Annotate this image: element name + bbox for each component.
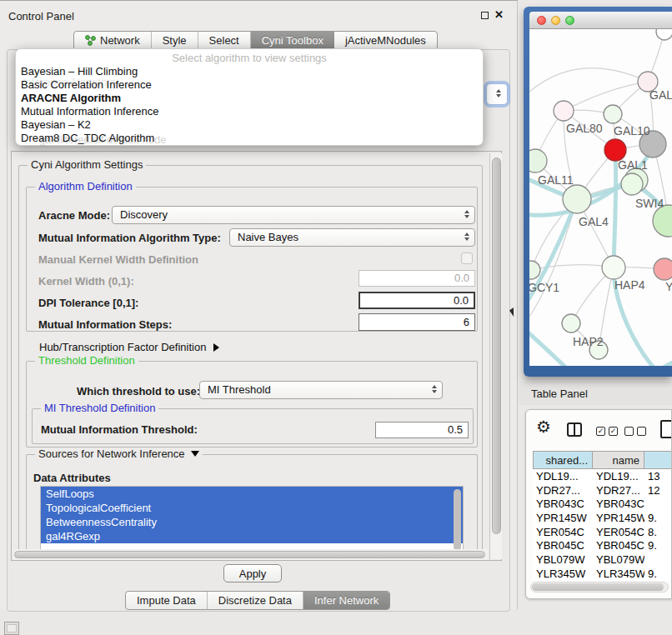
tab-cyni-toolbox-label: Cyni Toolbox xyxy=(262,34,323,47)
minimize-traffic-light[interactable] xyxy=(551,16,560,25)
close-traffic-light[interactable] xyxy=(537,16,546,25)
network-node[interactable] xyxy=(656,29,672,40)
table-row[interactable]: YPR145WYPR145W9. xyxy=(533,511,672,525)
network-node-hap2[interactable] xyxy=(562,314,580,332)
attribute-item-betweennesscentrality[interactable]: BetweennessCentrality xyxy=(41,515,463,529)
node-label-gal80: GAL80 xyxy=(566,122,603,135)
network-node-gal10[interactable] xyxy=(604,105,622,123)
table-row[interactable]: YIL052CYIL052C9. xyxy=(533,581,672,582)
table-cell: YDL19... xyxy=(593,469,644,483)
algorithm-definition-group: Algorithm Definition Aracne Mode: Discov… xyxy=(26,187,478,332)
table-cell: 12 xyxy=(644,483,672,498)
float-window-icon[interactable] xyxy=(481,12,489,19)
tab-style[interactable]: Style xyxy=(152,32,198,49)
network-node-hap4[interactable] xyxy=(602,256,625,279)
kernel-width-field[interactable]: 0.0 xyxy=(359,270,475,287)
mi-algorithm-type-select[interactable]: Naive Bayes xyxy=(229,228,475,247)
node-label-swi4: SWI4 xyxy=(635,197,664,210)
node-table: shared...name YDL19...YDL19...13YDR27...… xyxy=(533,451,672,581)
close-icon[interactable]: ✕ xyxy=(494,8,504,21)
aracne-mode-value: Discovery xyxy=(120,208,168,221)
table-row[interactable]: YER054CYER054C8. xyxy=(533,525,672,539)
column-header-name[interactable]: name xyxy=(593,451,644,469)
table-row[interactable]: YDL19...YDL19...13 xyxy=(533,469,672,483)
scrollbar-thumb[interactable] xyxy=(14,551,485,558)
settings-vertical-scrollbar[interactable] xyxy=(489,153,502,559)
settings-horizontal-scrollbar[interactable] xyxy=(13,549,488,560)
inference-algorithm-combo-fragment[interactable] xyxy=(486,83,508,105)
network-node-gal80[interactable] xyxy=(554,101,574,121)
network-node-gcy1[interactable] xyxy=(529,261,540,279)
scrollbar-thumb[interactable] xyxy=(492,158,501,534)
table-row[interactable]: YBR043CYBR043C xyxy=(533,497,672,511)
split-view-icon[interactable] xyxy=(567,422,582,437)
node-label-y: Y xyxy=(665,280,672,293)
collapsed-panel-icon[interactable] xyxy=(4,622,19,635)
data-attributes-list[interactable]: SelfLoopsTopologicalCoefficientBetweenne… xyxy=(40,486,464,556)
algorithm-option-bayesian-k2[interactable]: Bayesian – K2 xyxy=(21,118,478,132)
network-view-window: GALGAL80GAL10GAL1GAL11SWI4GAL4GCY1HAP4YH… xyxy=(524,7,672,377)
stepper-arrows-icon xyxy=(464,210,469,218)
hub-transcription-factor-toggle[interactable]: Hub/Transcription Factor Definition xyxy=(39,341,219,353)
table-cell: 8. xyxy=(644,525,672,539)
deselect-all-icon[interactable] xyxy=(624,427,646,436)
table-row[interactable]: YLR345WYLR345W9. xyxy=(533,567,672,581)
table-row[interactable]: YBR045CYBR045C9. xyxy=(533,538,672,552)
attribute-item-gal4rgexp[interactable]: gal4RGexp xyxy=(41,529,463,543)
tab-select[interactable]: Select xyxy=(198,32,251,49)
mi-threshold-field[interactable]: 0.5 xyxy=(375,422,469,438)
table-cell: YER054C xyxy=(533,525,593,539)
manual-kernel-width-checkbox[interactable] xyxy=(461,252,473,264)
table-cell: YBL079W xyxy=(593,552,644,567)
settings-scroll-area: Cyni Algorithm Settings Algorithm Defini… xyxy=(11,151,502,561)
table-horizontal-scrollbar[interactable] xyxy=(530,582,669,592)
tab-select-label: Select xyxy=(209,34,239,47)
tab-jactivemnodules[interactable]: jActiveMNodules xyxy=(334,32,437,49)
list-scrollbar-thumb[interactable] xyxy=(454,489,461,551)
tab-network[interactable]: Network xyxy=(74,32,152,49)
column-header-2[interactable] xyxy=(644,451,672,469)
network-canvas[interactable]: GALGAL80GAL10GAL1GAL11SWI4GAL4GCY1HAP4YH… xyxy=(529,29,672,366)
scrollbar-thumb[interactable] xyxy=(532,583,664,591)
table-panel-strip: Table Panel xyxy=(519,382,672,405)
attribute-item-selfloops[interactable]: SelfLoops xyxy=(41,487,463,501)
table-cell: 13 xyxy=(644,469,672,483)
which-threshold-select[interactable]: MI Threshold xyxy=(199,381,443,399)
tab-discretize-data-label: Discretize Data xyxy=(218,594,292,607)
table-cell: YDL19... xyxy=(533,469,593,483)
algorithm-option-mutual-information-inference[interactable]: Mutual Information Inference xyxy=(21,105,478,118)
dpi-tolerance-field[interactable]: 0.0 xyxy=(359,292,475,309)
attribute-item-topologicalcoefficient[interactable]: TopologicalCoefficient xyxy=(41,501,463,515)
table-row[interactable]: YBL079WYBL079W xyxy=(533,552,672,567)
aracne-mode-label: Aracne Mode: xyxy=(38,209,110,222)
table-cell: 9. xyxy=(644,511,672,525)
algorithm-option-bayesian-hill-climbing[interactable]: Bayesian – Hill Climbing xyxy=(21,65,478,78)
table-cell xyxy=(644,497,672,511)
tab-infer-network[interactable]: Infer Network xyxy=(303,592,389,609)
tab-discretize-data[interactable]: Discretize Data xyxy=(208,592,303,609)
gear-icon[interactable]: ⚙ xyxy=(536,417,551,437)
algorithm-option-dream8-dc-tdc-algorithm[interactable]: Dream8 DC_TDC Algorithm xyxy=(21,132,478,145)
aracne-mode-select[interactable]: Discovery xyxy=(112,206,475,224)
table-panel-title: Table Panel xyxy=(531,388,588,400)
tab-impute-data-label: Impute Data xyxy=(137,594,196,607)
algorithm-option-aracne-algorithm[interactable]: ARACNE Algorithm xyxy=(21,92,478,105)
expanded-arrow-icon xyxy=(191,451,199,457)
network-window-titlebar[interactable] xyxy=(529,12,672,29)
network-node-y[interactable] xyxy=(654,258,672,280)
network-node-gal11[interactable] xyxy=(529,149,547,172)
algorithm-option-basic-correlation-inference[interactable]: Basic Correlation Inference xyxy=(21,78,478,92)
tab-cyni-toolbox[interactable]: Cyni Toolbox xyxy=(251,32,334,49)
tab-impute-data[interactable]: Impute Data xyxy=(126,592,208,609)
select-all-icon[interactable]: ✓✓ xyxy=(596,427,618,436)
data-attributes-label: Data Attributes xyxy=(33,472,111,484)
mi-steps-field[interactable]: 6 xyxy=(359,313,475,331)
table-cell: YPR145W xyxy=(593,511,644,525)
zoom-traffic-light[interactable] xyxy=(565,16,574,25)
document-icon[interactable] xyxy=(660,420,672,438)
table-row[interactable]: YDR27...YDR27...12 xyxy=(533,483,672,498)
apply-button[interactable]: Apply xyxy=(223,564,282,582)
network-node-gal4[interactable] xyxy=(563,185,591,213)
network-node-swi4[interactable] xyxy=(621,173,643,195)
column-header-shared[interactable]: shared... xyxy=(533,451,593,469)
